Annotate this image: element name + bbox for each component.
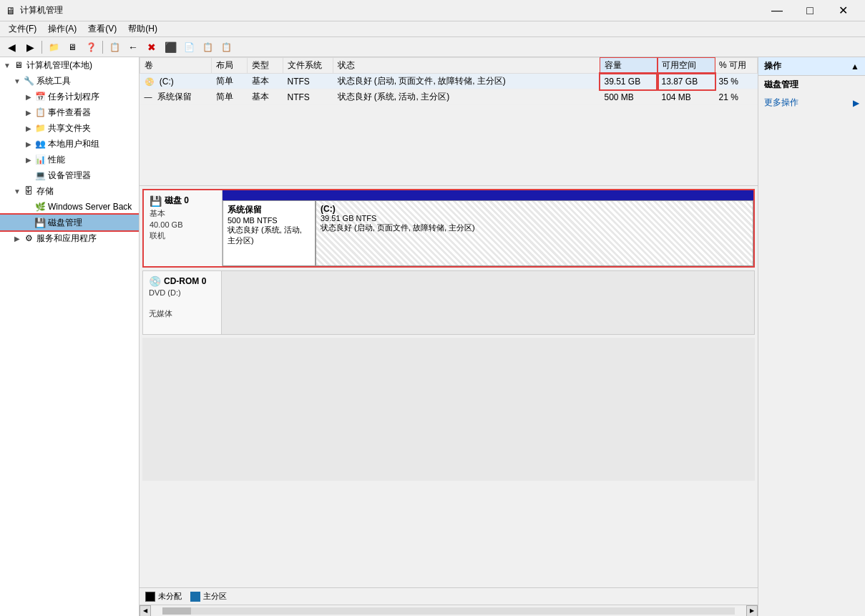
col-free[interactable]: 可用空间	[658, 58, 715, 74]
toolbar-forward[interactable]: ▶	[21, 39, 39, 55]
sys-tools-icon: 🔧	[23, 75, 34, 87]
expand-icon-users: ▶	[23, 138, 34, 150]
sidebar: ▼ 🖥 计算机管理(本地) ▼ 🔧 系统工具 ▶ 📅 任务计划程序 ▶ 📋 事件…	[0, 57, 140, 616]
toolbar-props[interactable]: 📋	[106, 39, 123, 55]
sidebar-label-backup: Windows Server Back	[48, 202, 132, 212]
menu-view[interactable]: 查看(V)	[82, 21, 122, 36]
partition-cell-system[interactable]: 系统保留 500 MB NTFS 状态良好 (系统, 活动, 主分区)	[223, 200, 316, 266]
device-icon: 💻	[34, 170, 46, 181]
table-row[interactable]: 📀 (C:) 简单 基本 NTFS 状态良好 (启动, 页面文件, 故障转储, …	[140, 74, 758, 89]
window-title: 计算机管理	[20, 4, 63, 16]
col-vol[interactable]: 卷	[140, 58, 212, 74]
toolbar-delete[interactable]: ✖	[143, 39, 160, 55]
sidebar-item-task-sched[interactable]: ▶ 📅 任务计划程序	[0, 89, 139, 104]
computer-icon: 🖥	[13, 59, 24, 71]
table-row[interactable]: — 系统保留 简单 基本 NTFS 状态良好 (系统, 活动, 主分区) 500…	[140, 89, 758, 105]
sidebar-item-event-viewer[interactable]: ▶ 📋 事件查看器	[0, 104, 139, 120]
sidebar-item-device[interactable]: ▶ 💻 设备管理器	[0, 167, 139, 183]
partition-bar-sys-blue	[223, 190, 291, 200]
cell-vol-sys: — 系统保留	[140, 89, 212, 105]
part-sys-name: 系统保留	[228, 204, 311, 216]
cell-type-sys: 基本	[248, 89, 283, 105]
col-capacity[interactable]: 容量	[600, 58, 658, 74]
actions-more-label: 更多操作	[764, 97, 798, 109]
toolbar-up[interactable]: 📁	[45, 39, 62, 55]
partition-bar-c-blue	[291, 190, 753, 200]
col-fs[interactable]: 文件系统	[283, 58, 333, 74]
drive-c-icon: 📀	[145, 77, 155, 86]
cell-fs-sys: NTFS	[283, 89, 333, 105]
menu-file[interactable]: 文件(F)	[3, 21, 42, 36]
toolbar-help[interactable]: ❓	[82, 39, 99, 55]
cdrom0-icon: 💿	[149, 275, 161, 287]
toolbar-square[interactable]: ⬛	[162, 39, 179, 55]
cdrom0-content	[222, 271, 754, 334]
scroll-right-btn[interactable]: ▶	[746, 605, 758, 617]
col-pct[interactable]: % 可用	[715, 58, 758, 74]
cdrom0-name: CD-ROM 0	[164, 276, 206, 286]
partition-bar-top	[223, 190, 753, 200]
legend-unallocated: 未分配	[145, 591, 182, 602]
legend-box-unallocated	[145, 592, 155, 602]
actions-section-label: 磁盘管理	[758, 76, 865, 94]
toolbar-left-arrow[interactable]: ←	[124, 39, 142, 55]
sidebar-item-win-backup[interactable]: ▶ 🌿 Windows Server Back	[0, 199, 139, 215]
menu-help[interactable]: 帮助(H)	[122, 21, 163, 36]
sidebar-label-users: 本地用户和组	[48, 138, 99, 150]
cell-free-c: 13.87 GB	[658, 74, 715, 89]
actions-collapse-icon[interactable]: ▲	[851, 62, 859, 72]
system-reserve-icon: —	[145, 92, 152, 101]
col-type[interactable]: 类型	[248, 58, 283, 74]
cdrom0-status: 无媒体	[149, 308, 215, 319]
cdrom0-title: 💿 CD-ROM 0	[149, 275, 215, 287]
sidebar-item-local-users[interactable]: ▶ 👥 本地用户和组	[0, 136, 139, 152]
cell-cap-sys: 500 MB	[600, 89, 658, 105]
sidebar-item-shared[interactable]: ▶ 📁 共享文件夹	[0, 120, 139, 136]
legend-primary: 主分区	[190, 591, 227, 602]
sidebar-item-disk-mgmt[interactable]: ▶ 💾 磁盘管理	[0, 215, 139, 230]
cell-layout-c: 简单	[212, 74, 248, 89]
sidebar-item-perf[interactable]: ▶ 📊 性能	[0, 152, 139, 167]
cell-cap-c: 39.51 GB	[600, 74, 658, 89]
toolbar-doc1[interactable]: 📄	[180, 39, 197, 55]
menu-action[interactable]: 操作(A)	[42, 21, 82, 36]
expand-icon-perf: ▶	[23, 154, 34, 165]
actions-title-label: 操作	[764, 60, 781, 72]
maximize-button[interactable]: □	[793, 0, 826, 21]
actions-more[interactable]: 更多操作 ▶	[758, 94, 865, 112]
cell-vol-c: 📀 (C:)	[140, 74, 212, 89]
cdrom0-type: DVD (D:)	[149, 288, 215, 297]
toolbar-back[interactable]: ◀	[3, 39, 20, 55]
scroll-track[interactable]	[162, 607, 735, 615]
part-c-name: (C:)	[321, 204, 748, 214]
expand-icon-storage: ▼	[11, 185, 23, 197]
col-status[interactable]: 状态	[333, 58, 600, 74]
toolbar-sep1	[41, 41, 42, 54]
partition-cell-c[interactable]: (C:) 39.51 GB NTFS 状态良好 (启动, 页面文件, 故障转储,…	[316, 200, 753, 266]
toolbar-doc3[interactable]: 📋	[218, 39, 235, 55]
expand-icon-root: ▼	[1, 59, 13, 71]
sidebar-label-perf: 性能	[48, 154, 65, 166]
empty-space	[142, 338, 755, 481]
sidebar-item-root[interactable]: ▼ 🖥 计算机管理(本地)	[0, 57, 139, 73]
event-icon: 📋	[34, 107, 46, 118]
cell-status-sys: 状态良好 (系统, 活动, 主分区)	[333, 89, 600, 105]
disk0-title: 💾 磁盘 0	[150, 195, 216, 207]
toolbar-doc2[interactable]: 📋	[199, 39, 216, 55]
scroll-thumb[interactable]	[162, 607, 191, 615]
col-layout[interactable]: 布局	[212, 58, 248, 74]
cell-pct-sys: 21 %	[715, 89, 758, 105]
minimize-button[interactable]: —	[761, 0, 793, 21]
cell-status-c: 状态良好 (启动, 页面文件, 故障转储, 主分区)	[333, 74, 600, 89]
sidebar-item-storage[interactable]: ▼ 🗄 存储	[0, 183, 139, 199]
cell-free-sys: 104 MB	[658, 89, 715, 105]
scroll-left-btn[interactable]: ◀	[140, 605, 151, 617]
users-icon: 👥	[34, 138, 46, 150]
expand-icon-event: ▶	[23, 107, 34, 118]
sidebar-item-sys-tools[interactable]: ▼ 🔧 系统工具	[0, 73, 139, 89]
actions-more-arrow: ▶	[853, 98, 859, 108]
sidebar-label-task: 任务计划程序	[48, 91, 99, 103]
sidebar-item-services[interactable]: ▶ ⚙ 服务和应用程序	[0, 230, 139, 246]
toolbar-show-hide[interactable]: 🖥	[64, 39, 81, 55]
close-button[interactable]: ✕	[826, 0, 859, 21]
